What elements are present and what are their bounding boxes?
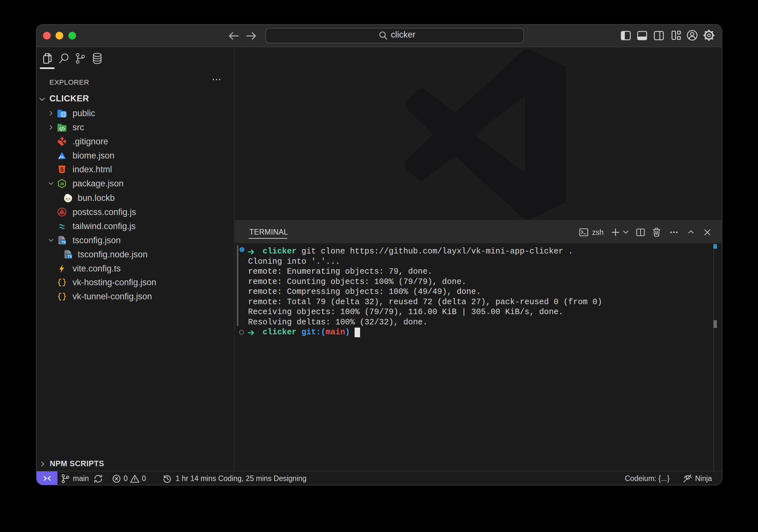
svg-text:TS: TS [67,254,72,258]
svg-text:TS: TS [61,240,65,244]
svg-text:JS: JS [60,182,64,186]
svg-text:5: 5 [60,167,63,173]
